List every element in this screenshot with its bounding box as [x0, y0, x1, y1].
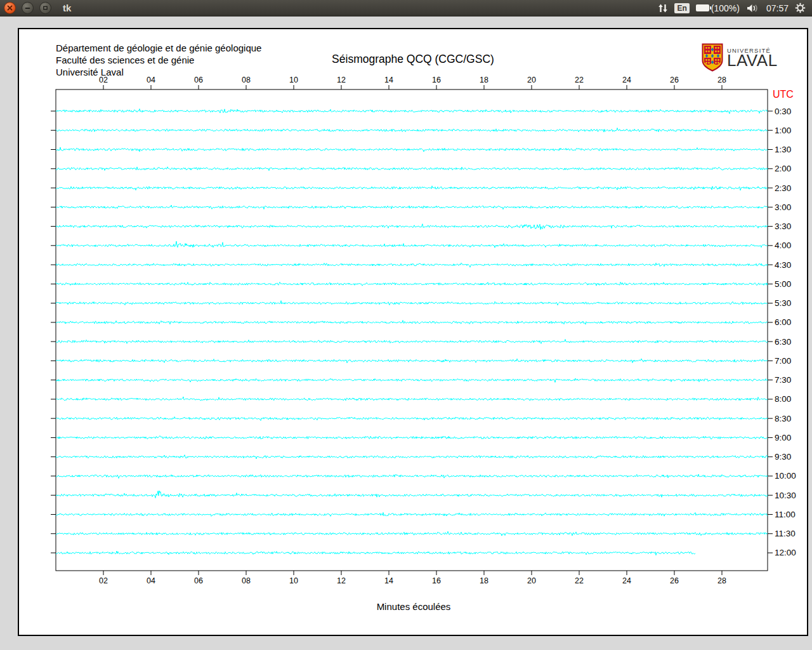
session-gear-icon[interactable]	[795, 3, 806, 13]
window-minimize-button[interactable]	[22, 2, 34, 14]
keyboard-layout-indicator[interactable]: En	[674, 3, 689, 13]
plot-border	[56, 90, 768, 571]
utc-row-label: 8:00	[775, 394, 791, 404]
battery-icon	[696, 4, 709, 11]
utc-row-label: 2:30	[775, 183, 791, 193]
utc-row-label: 6:00	[775, 317, 791, 327]
x-axis-title: Minutes écoulées	[377, 601, 451, 612]
x-axis-tick-label-bottom: 06	[194, 576, 203, 585]
seismogram-trace	[56, 417, 768, 421]
window-close-button[interactable]	[4, 2, 16, 14]
x-axis-tick-label-top: 18	[480, 76, 488, 84]
utc-row-label: 7:00	[775, 356, 791, 366]
x-axis-tick-label-bottom: 28	[717, 576, 726, 585]
utc-row-label: 10:30	[775, 491, 796, 500]
seismogram-trace	[56, 282, 768, 286]
utc-row-label: 1:30	[775, 145, 791, 154]
x-axis-tick-label-top: 14	[384, 76, 393, 84]
seismogram-trace	[56, 301, 768, 305]
x-axis-tick-label-bottom: 18	[480, 576, 488, 585]
seismogram-trace	[56, 455, 768, 459]
utc-row-label: 12:00	[775, 548, 796, 557]
x-axis-tick-label-top: 02	[99, 76, 108, 84]
seismogram-trace	[56, 474, 768, 479]
seismogram-trace	[56, 224, 768, 230]
seismogram-plot: 0202040406060808101012121414161618182020…	[19, 29, 807, 635]
window-title: tk	[63, 3, 71, 13]
x-axis-tick-label-top: 22	[575, 76, 584, 84]
system-panel: tk En (100%) 07:57	[0, 0, 812, 17]
x-axis-tick-label-bottom: 08	[242, 576, 251, 585]
seismogram-trace	[56, 321, 768, 325]
window-controls	[4, 2, 51, 14]
utc-row-label: 3:30	[775, 222, 791, 231]
seismogram-trace	[56, 109, 768, 114]
utc-row-label: 2:00	[775, 164, 791, 173]
utc-row-label: 10:00	[775, 471, 796, 481]
x-axis-tick-label-bottom: 02	[99, 576, 108, 585]
window-maximize-button[interactable]	[39, 2, 51, 14]
utc-row-label: 9:30	[775, 452, 791, 461]
utc-row-label: 3:00	[775, 202, 791, 212]
utc-row-label: 11:30	[775, 529, 796, 538]
utc-row-label: 6:30	[775, 337, 791, 347]
utc-row-label: 5:00	[775, 279, 791, 289]
battery-percent: (100%)	[711, 3, 740, 13]
x-axis-tick-label-bottom: 20	[527, 576, 536, 585]
x-axis-tick-label-bottom: 10	[289, 576, 298, 585]
maximize-icon	[43, 5, 48, 11]
utc-row-label: 4:30	[775, 260, 791, 270]
utc-row-label: 9:00	[775, 433, 791, 442]
x-axis-tick-label-top: 16	[432, 76, 441, 84]
seismogram-trace	[56, 147, 768, 152]
x-axis-tick-label-bottom: 22	[575, 576, 584, 585]
x-axis-tick-label-bottom: 12	[337, 576, 346, 585]
x-axis-tick-label-top: 26	[670, 76, 679, 84]
x-axis-tick-label-bottom: 04	[147, 576, 155, 585]
seismogram-trace	[56, 378, 768, 382]
utc-axis-title: UTC	[773, 89, 794, 100]
x-axis-tick-label-top: 10	[289, 76, 298, 84]
seismogram-trace	[56, 435, 768, 439]
utc-row-label: 4:00	[775, 241, 791, 250]
x-axis-tick-label-top: 08	[242, 76, 251, 84]
x-axis-tick-label-top: 28	[717, 76, 726, 84]
seismogram-trace	[56, 512, 768, 516]
battery-status[interactable]: (100%)	[696, 3, 740, 13]
utc-row-label: 5:30	[775, 298, 791, 308]
seismogram-trace	[56, 551, 695, 555]
seismogram-trace	[56, 359, 768, 363]
x-axis-tick-label-top: 20	[527, 76, 536, 84]
clock[interactable]: 07:57	[766, 3, 789, 13]
seismogram-trace	[56, 263, 768, 267]
seismogram-trace	[56, 397, 768, 401]
minimize-icon	[25, 5, 30, 11]
x-axis-tick-label-bottom: 14	[384, 576, 393, 585]
utc-row-label: 7:30	[775, 375, 791, 385]
utc-row-label: 0:30	[775, 107, 791, 116]
network-arrows-icon[interactable]	[658, 3, 668, 13]
x-axis-tick-label-top: 06	[194, 76, 203, 84]
seismogram-trace	[56, 186, 768, 190]
x-axis-tick-label-top: 12	[337, 76, 346, 84]
seismograph-canvas: Département de géologie et de génie géol…	[18, 28, 808, 636]
seismogram-trace	[56, 128, 768, 133]
x-axis-tick-label-bottom: 16	[432, 576, 441, 585]
seismogram-trace	[56, 340, 768, 344]
volume-icon[interactable]	[746, 3, 760, 13]
x-axis-tick-label-top: 04	[147, 76, 155, 84]
seismogram-trace	[56, 531, 768, 536]
x-axis-tick-label-top: 24	[622, 76, 631, 84]
seismogram-trace	[56, 167, 768, 171]
system-tray: En (100%) 07:57	[658, 3, 806, 13]
close-icon	[7, 5, 13, 11]
seismogram-trace	[56, 205, 768, 209]
x-axis-tick-label-bottom: 24	[622, 576, 631, 585]
utc-row-label: 1:00	[775, 126, 791, 135]
seismogram-trace	[56, 241, 768, 248]
utc-row-label: 11:00	[775, 510, 796, 519]
seismogram-trace	[56, 491, 768, 498]
utc-row-label: 8:30	[775, 414, 791, 423]
x-axis-tick-label-bottom: 26	[670, 576, 679, 585]
